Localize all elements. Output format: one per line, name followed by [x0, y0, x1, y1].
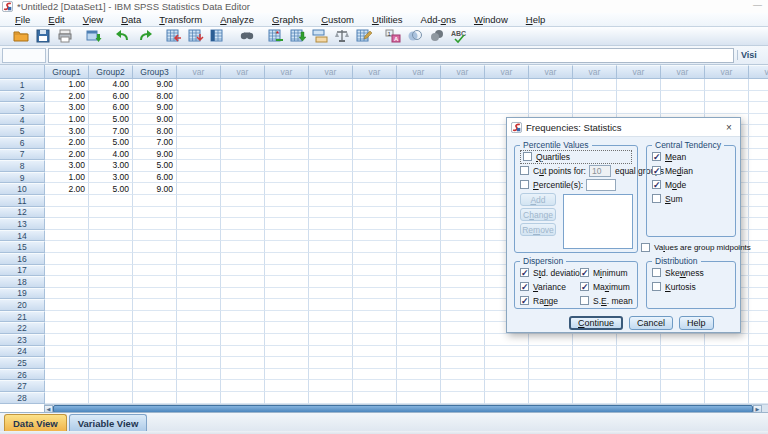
menu-graphs[interactable]: Graphs: [263, 14, 312, 25]
data-cell[interactable]: [265, 79, 309, 91]
mode-checkbox[interactable]: [652, 180, 661, 189]
data-cell[interactable]: [749, 230, 768, 242]
insert-cases-icon[interactable]: *: [266, 28, 286, 45]
data-cell[interactable]: [133, 311, 177, 323]
data-cell[interactable]: [45, 334, 89, 346]
data-cell[interactable]: [177, 311, 221, 323]
cell-editor[interactable]: [48, 48, 734, 63]
data-cell[interactable]: [221, 265, 265, 277]
data-cell[interactable]: [441, 392, 485, 404]
row-number[interactable]: 3: [0, 102, 45, 114]
data-cell[interactable]: [309, 288, 353, 300]
row-number[interactable]: 21: [0, 311, 45, 323]
data-cell[interactable]: [397, 357, 441, 369]
data-cell[interactable]: [441, 380, 485, 392]
data-cell[interactable]: [485, 392, 529, 404]
data-cell[interactable]: [661, 79, 705, 91]
data-cell[interactable]: [177, 299, 221, 311]
data-cell[interactable]: [221, 288, 265, 300]
data-cell[interactable]: 9.00: [133, 149, 177, 161]
data-cell[interactable]: [265, 380, 309, 392]
data-cell[interactable]: [265, 91, 309, 103]
data-cell[interactable]: [177, 195, 221, 207]
column-header-var[interactable]: var: [221, 65, 265, 79]
data-cell[interactable]: 9.00: [133, 79, 177, 91]
menu-analyze[interactable]: Analyze: [211, 14, 263, 25]
data-cell[interactable]: [221, 91, 265, 103]
data-cell[interactable]: [441, 357, 485, 369]
data-cell[interactable]: [309, 241, 353, 253]
quartiles-checkbox[interactable]: [523, 152, 532, 161]
data-cell[interactable]: 7.00: [89, 125, 133, 137]
data-cell[interactable]: [441, 91, 485, 103]
data-cell[interactable]: [353, 230, 397, 242]
data-cell[interactable]: [749, 102, 768, 114]
data-cell[interactable]: [441, 265, 485, 277]
data-cell[interactable]: [573, 380, 617, 392]
data-cell[interactable]: [89, 288, 133, 300]
data-cell[interactable]: [309, 137, 353, 149]
row-number[interactable]: 23: [0, 334, 45, 346]
data-cell[interactable]: [221, 322, 265, 334]
data-cell[interactable]: 3.00: [89, 172, 133, 184]
row-number[interactable]: 6: [0, 137, 45, 149]
data-cell[interactable]: [353, 218, 397, 230]
data-cell[interactable]: [177, 322, 221, 334]
row-number[interactable]: 19: [0, 288, 45, 300]
data-cell[interactable]: 3.00: [45, 125, 89, 137]
data-cell[interactable]: [397, 183, 441, 195]
data-cell[interactable]: [265, 346, 309, 358]
menu-utilities[interactable]: Utilities: [363, 14, 412, 25]
data-cell[interactable]: [573, 392, 617, 404]
data-cell[interactable]: [705, 380, 749, 392]
data-cell[interactable]: [529, 334, 573, 346]
data-cell[interactable]: [177, 137, 221, 149]
data-cell[interactable]: [221, 311, 265, 323]
data-cell[interactable]: [397, 253, 441, 265]
data-cell[interactable]: [177, 288, 221, 300]
data-cell[interactable]: [309, 91, 353, 103]
data-cell[interactable]: [397, 334, 441, 346]
data-cell[interactable]: [397, 276, 441, 288]
data-cell[interactable]: [265, 357, 309, 369]
data-cell[interactable]: [177, 218, 221, 230]
data-cell[interactable]: [177, 265, 221, 277]
data-cell[interactable]: [265, 334, 309, 346]
data-cell[interactable]: [265, 102, 309, 114]
data-cell[interactable]: [177, 102, 221, 114]
data-cell[interactable]: [397, 160, 441, 172]
data-cell[interactable]: [177, 369, 221, 381]
data-cell[interactable]: [441, 207, 485, 219]
data-cell[interactable]: [177, 357, 221, 369]
menu-view[interactable]: View: [74, 14, 112, 25]
data-cell[interactable]: [749, 369, 768, 381]
data-cell[interactable]: [177, 149, 221, 161]
data-cell[interactable]: [353, 79, 397, 91]
data-cell[interactable]: [177, 346, 221, 358]
value-labels-icon[interactable]: 1A: [383, 28, 403, 45]
data-cell[interactable]: [89, 241, 133, 253]
print-icon[interactable]: [55, 28, 75, 45]
insert-variable-icon[interactable]: [288, 28, 308, 45]
data-cell[interactable]: [441, 137, 485, 149]
column-header-group2[interactable]: Group2: [89, 65, 133, 79]
data-cell[interactable]: [177, 230, 221, 242]
data-cell[interactable]: [309, 183, 353, 195]
data-cell[interactable]: [221, 114, 265, 126]
data-cell[interactable]: [397, 230, 441, 242]
data-cell[interactable]: [705, 346, 749, 358]
continue-button[interactable]: Continue: [569, 316, 623, 330]
row-number[interactable]: 16: [0, 253, 45, 265]
data-cell[interactable]: [397, 369, 441, 381]
data-cell[interactable]: [45, 276, 89, 288]
data-cell[interactable]: [573, 334, 617, 346]
data-cell[interactable]: [221, 230, 265, 242]
data-cell[interactable]: [89, 253, 133, 265]
data-cell[interactable]: [397, 299, 441, 311]
data-cell[interactable]: [749, 346, 768, 358]
data-cell[interactable]: [309, 195, 353, 207]
open-data-icon[interactable]: [11, 28, 31, 45]
data-cell[interactable]: [397, 392, 441, 404]
data-cell[interactable]: [353, 207, 397, 219]
data-cell[interactable]: [221, 346, 265, 358]
